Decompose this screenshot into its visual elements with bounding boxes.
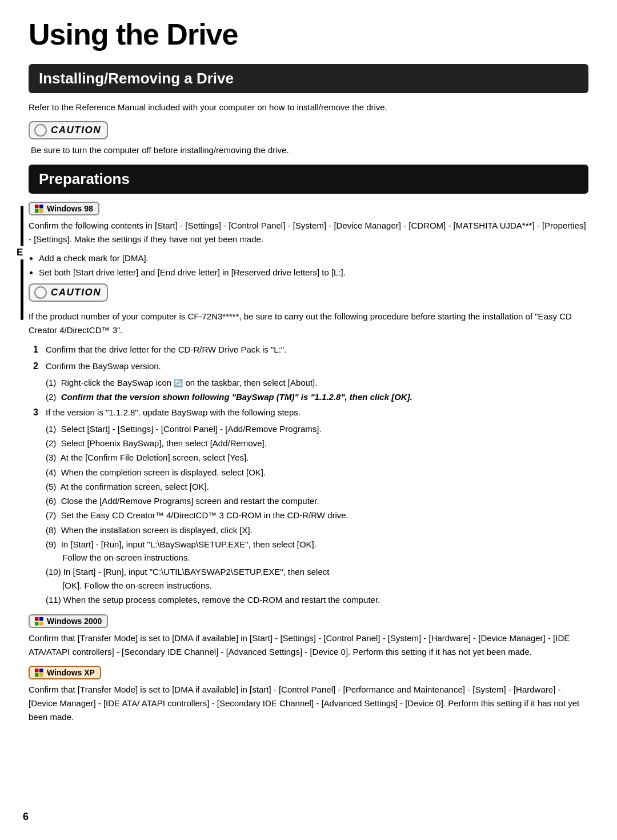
svg-rect-1 [39,205,43,209]
svg-rect-6 [35,622,39,626]
windows98-label: Windows 98 [47,204,93,213]
step-1-text: Confirm that the drive letter for the CD… [46,343,588,357]
windows98-bullet-list: Add a check mark for [DMA]. Set both [St… [39,252,588,279]
section2-header: Preparations [29,165,588,194]
page-title: Using the Drive [29,17,588,51]
windows98-text: Confirm the following contents in [Start… [29,219,588,246]
step-2: 2 Confirm the BaySwap version. [33,359,588,374]
steps-list: 1 Confirm that the drive letter for the … [33,343,588,606]
step-3-sub-4: (4) When the completion screen is displa… [46,466,588,479]
step-2-substeps: (1) Right-click the BaySwap icon 🔄 on th… [46,376,588,404]
step-2-text: Confirm the BaySwap version. [46,359,588,374]
svg-rect-4 [35,617,39,621]
step-3-text: If the version is "1.1.2.8", update BayS… [46,406,588,420]
bullet-item-2: Set both [Start drive letter] and [End d… [39,266,588,279]
windows2000-badge: Windows 2000 [29,614,108,628]
bayswap-icon: 🔄 [174,379,183,387]
windows2000-label: Windows 2000 [47,617,102,626]
svg-rect-3 [39,209,43,213]
step-2-sub-1: (1) Right-click the BaySwap icon 🔄 on th… [46,376,588,389]
svg-rect-0 [35,205,39,209]
step-3-sub-10: (10) In [Start] - [Run], input "C:\UTIL\… [46,565,588,592]
page-number: 6 [23,811,29,823]
svg-rect-11 [39,673,43,677]
step-1: 1 Confirm that the drive letter for the … [33,343,588,357]
caution-badge-1: CAUTION [29,121,108,139]
step-3-num: 3 [33,406,46,420]
step-3-sub-5: (5) At the confirmation screen, select [… [46,480,588,493]
step-3-substeps: (1) Select [Start] - [Settings] - [Contr… [46,422,588,606]
caution-intro-span: If the product number of your computer i… [29,311,572,335]
step-3-sub-9: (9) In [Start] - [Run], input "L:\BaySwa… [46,538,588,565]
windows2000-text: Confirm that [Transfer Mode] is set to [… [29,631,588,659]
svg-rect-9 [39,669,43,673]
section1-header: Installing/Removing a Drive [29,64,588,93]
step-3-sub-3: (3) At the [Confirm File Deletion] scree… [46,451,588,464]
svg-rect-8 [35,669,39,673]
caution-label-2: CAUTION [51,287,101,298]
section1-intro: Refer to the Reference Manual included w… [29,101,588,114]
svg-rect-5 [39,617,43,621]
svg-rect-2 [35,209,39,213]
step-3-sub-7: (7) Set the Easy CD Creator™ 4/DirectCD™… [46,509,588,522]
step-2-sub-2: (2) Confirm that the version shown follo… [46,390,588,403]
section-left-bar [21,206,23,320]
caution-badge-2: CAUTION [29,283,108,302]
step-2-num: 2 [33,359,46,374]
svg-rect-10 [35,673,39,677]
step-3: 3 If the version is "1.1.2.8", update Ba… [33,406,588,420]
caution-intro-text: If the product number of your computer i… [29,310,588,337]
e-label: E [15,246,25,259]
step-3-sub-1: (1) Select [Start] - [Settings] - [Contr… [46,422,588,435]
windowsxp-text: Confirm that [Transfer Mode] is set to [… [29,683,588,724]
windows2000-icon [35,617,43,626]
step-3-sub-6: (6) Close the [Add/Remove Programs] scre… [46,494,588,507]
svg-rect-7 [39,622,43,626]
caution-text-1: Be sure to turn the computer off before … [29,144,588,157]
bullet-item-1: Add a check mark for [DMA]. [39,252,588,265]
step-1-num: 1 [33,343,46,357]
windowsxp-label: Windows XP [47,668,95,677]
windowsxp-badge: Windows XP [29,666,101,679]
step-3-sub-2: (2) Select [Phoenix BaySwap], then selec… [46,437,588,450]
windows98-icon [35,205,43,213]
windowsxp-icon [35,669,43,677]
step-3-sub-8: (8) When the installation screen is disp… [46,523,588,537]
step-3-sub-11: (11) When the setup process completes, r… [46,593,588,606]
caution-label-1: CAUTION [51,125,101,136]
windows98-badge: Windows 98 [29,202,99,215]
